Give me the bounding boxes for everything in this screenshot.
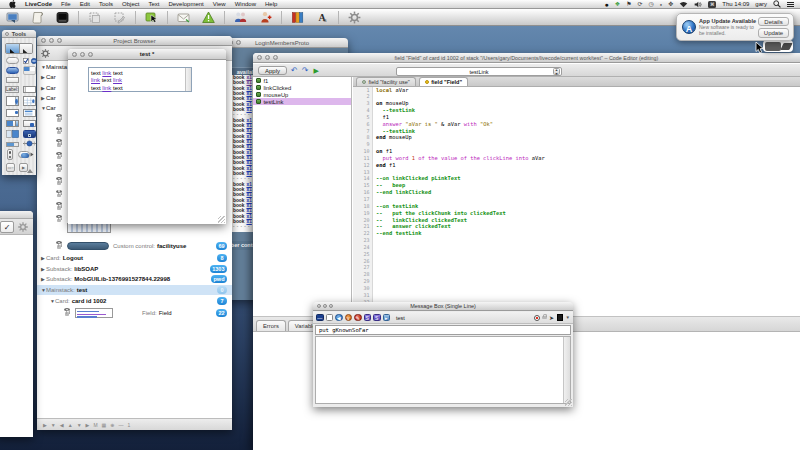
stack-name-label[interactable]: test: [396, 315, 405, 321]
mb-window-controls[interactable]: [317, 304, 333, 308]
menu-item-edit[interactable]: Edit: [80, 1, 90, 7]
lock-icon[interactable]: [57, 194, 62, 198]
text-link[interactable]: link: [113, 77, 122, 83]
menu-item-view[interactable]: View: [213, 1, 226, 7]
code-area[interactable]: 1local aVar23on mouseUp4 --testLink5 f16…: [353, 87, 800, 317]
test-window-titlebar[interactable]: test *: [68, 49, 226, 60]
label-tool[interactable]: Label:: [5, 86, 19, 93]
code-line[interactable]: 6 answer "aVar is " & aVar with "Ok": [353, 121, 800, 128]
volume-icon[interactable]: [694, 1, 702, 8]
lock-icon[interactable]: [57, 181, 62, 185]
field-scrollbar[interactable]: [185, 68, 191, 91]
code-line[interactable]: 28: [353, 271, 800, 278]
checkbox-tool[interactable]: [23, 58, 29, 64]
control-row-icons[interactable]: [55, 177, 63, 185]
list-field-tool[interactable]: [23, 109, 36, 117]
tree-row-test[interactable]: ▼ Mainstack:test 0: [37, 285, 232, 296]
menu-item-tools[interactable]: Tools: [99, 1, 113, 7]
ce-window-controls[interactable]: [257, 55, 278, 60]
update-button[interactable]: Update: [758, 28, 789, 38]
run-tool[interactable]: [6, 44, 20, 53]
record-icon[interactable]: [534, 315, 540, 321]
lock-icon[interactable]: [57, 219, 62, 223]
tree-row-libsoap[interactable]: ▶ Substack:libSOAP 1303: [37, 264, 232, 275]
zoom-button[interactable]: [57, 38, 62, 43]
project-browser-titlebar[interactable]: Project Browser: [37, 36, 232, 46]
input-source-icon[interactable]: ⌘: [708, 1, 716, 8]
handler-item-linkclicked[interactable]: linkClicked: [253, 84, 351, 91]
run-icon[interactable]: ▶: [313, 66, 318, 75]
minimize-button[interactable]: [323, 304, 327, 308]
inspector-titlebar[interactable]: [0, 211, 33, 219]
menu-item-development[interactable]: Development: [168, 1, 203, 7]
code-line[interactable]: 18--on testLink: [353, 203, 800, 210]
code-line[interactable]: 25: [353, 251, 800, 258]
text-link[interactable]: link: [91, 77, 100, 83]
time-machine-icon[interactable]: ◷: [649, 0, 654, 9]
back-script-icon[interactable]: S: [373, 314, 381, 322]
stack-files-icon[interactable]: ▸: [383, 314, 391, 322]
code-line[interactable]: 11 put word 1 of the value of the clickL…: [353, 155, 800, 162]
statusbar-icon[interactable]: 1: [128, 422, 131, 428]
apple-icon[interactable]: [9, 0, 16, 8]
lock-icon[interactable]: [57, 168, 62, 172]
code-line[interactable]: 31: [353, 292, 800, 299]
field-tool[interactable]: [6, 96, 19, 106]
paste-icon[interactable]: [113, 11, 126, 24]
lock-icon[interactable]: [65, 312, 70, 316]
control-row-icons[interactable]: [55, 202, 63, 210]
pb-window-controls[interactable]: [41, 38, 62, 43]
graphic-tool-1[interactable]: ▭○: [6, 163, 15, 172]
slider-tool[interactable]: [23, 140, 36, 147]
zoom-button[interactable]: [236, 40, 241, 45]
control-row-icons[interactable]: [55, 190, 63, 198]
chevron-down-icon[interactable]: ▼: [566, 315, 570, 320]
statusbar-icon[interactable]: ⊕: [110, 422, 114, 428]
statusbar-icon[interactable]: ▶: [43, 422, 47, 428]
code-line[interactable]: 21-- answer clickedText: [353, 223, 800, 230]
code-line[interactable]: 8end mouseUp: [353, 134, 800, 141]
table-field-tool[interactable]: [23, 96, 36, 106]
menu-item-text[interactable]: Text: [148, 1, 159, 7]
minimize-button[interactable]: [265, 55, 270, 60]
apply-button[interactable]: Apply: [258, 66, 287, 75]
tree-row-card-id-1002[interactable]: ▼ Card:card id 1002 7: [37, 295, 232, 306]
control-row-icons[interactable]: [55, 139, 63, 147]
search-icon[interactable]: [773, 0, 781, 9]
resize-grip[interactable]: [218, 216, 225, 223]
scrollbar-tool[interactable]: [18, 150, 36, 159]
book-list[interactable]: bookx1bookx1bookx1bookx1bookx1bookx1book…: [232, 75, 254, 232]
edit-tool[interactable]: [20, 44, 33, 53]
bottom-tab-errors[interactable]: Errors: [256, 320, 286, 331]
code-line[interactable]: 22--end testLink: [353, 230, 800, 237]
code-line[interactable]: 30: [353, 285, 800, 292]
lock-icon[interactable]: [57, 131, 62, 135]
project-browser-statusbar[interactable]: ▶▼◀▲▼▶M▦⊕—1: [37, 418, 232, 430]
zoom-button[interactable]: [88, 52, 93, 57]
text-link[interactable]: link: [102, 70, 111, 76]
field-text[interactable]: text link textlink text linktext link te…: [89, 68, 185, 91]
resize-grip[interactable]: [565, 399, 572, 406]
flag-icon[interactable]: ⚑: [626, 0, 631, 9]
statusbar-icon[interactable]: —: [119, 422, 124, 428]
code-line[interactable]: 23: [353, 237, 800, 244]
menu-clock[interactable]: Thu 14:09: [722, 1, 749, 7]
lock-icon[interactable]: [542, 316, 547, 320]
universal-access-icon[interactable]: ✥: [668, 0, 673, 9]
inspector-icon[interactable]: [177, 11, 190, 24]
refresh-icon[interactable]: ⟳: [638, 0, 643, 9]
control-row-icons[interactable]: [55, 114, 63, 122]
gear-icon[interactable]: [16, 221, 30, 233]
code-line[interactable]: 1local aVar: [353, 87, 800, 94]
text-field[interactable]: text link textlink text linktext link te…: [88, 67, 192, 92]
tab-panel-tool[interactable]: [23, 66, 36, 75]
handler-dropdown[interactable]: testLink ▲▼: [396, 67, 562, 77]
statusbar-icon[interactable]: ◀: [60, 422, 64, 428]
apply-check-icon[interactable]: ✓: [0, 221, 14, 233]
multi-line-icon[interactable]: [326, 314, 334, 322]
scrolling-field-tool[interactable]: [6, 109, 19, 117]
palette-resize-icon[interactable]: [27, 169, 33, 173]
statusbar-icon[interactable]: ▶: [86, 422, 90, 428]
text-link[interactable]: link: [102, 85, 111, 91]
statusbar-icon[interactable]: ▼: [77, 422, 82, 428]
